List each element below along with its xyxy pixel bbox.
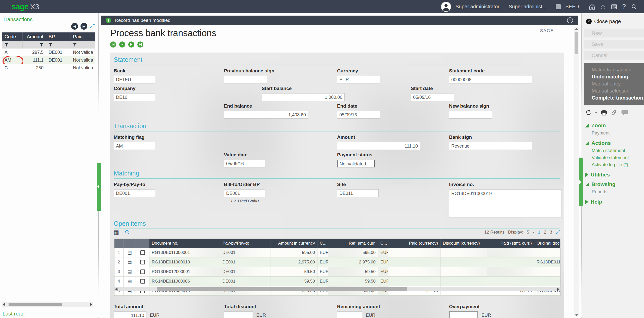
- cell-amount[interactable]: 111.1: [23, 56, 46, 64]
- search-icon[interactable]: [630, 3, 637, 10]
- cell-amount-in-currency[interactable]: 59.50: [270, 267, 317, 277]
- header-ref-amt[interactable]: Ref. amt. curr.: [328, 239, 378, 248]
- cell-amount-in-currency[interactable]: 2,975.00: [270, 257, 317, 267]
- filter-cell[interactable]: [70, 41, 95, 49]
- matching-flag-input[interactable]: AM: [114, 142, 155, 150]
- cell-document-no[interactable]: RG13DE012000001: [149, 267, 220, 277]
- open-item-row[interactable]: 3 ▤ RG13DE012000001 DE001 59.50 EUR 59.5…: [114, 267, 560, 277]
- cell-paid-stmt-curr[interactable]: [487, 277, 534, 286]
- header-pay-by[interactable]: Pay-by/Pay-to: [220, 239, 270, 248]
- cell-original-document[interactable]: RG13DE011000: [534, 257, 560, 267]
- last-record-icon[interactable]: [137, 41, 143, 48]
- cell-discount-currency[interactable]: [440, 267, 487, 277]
- cell-original-document[interactable]: [534, 267, 560, 277]
- page-3-link[interactable]: 3: [550, 230, 552, 235]
- table-view-icon[interactable]: ▦: [114, 230, 119, 235]
- new-balance-sign-input[interactable]: [449, 111, 492, 119]
- scroll-right-arrow[interactable]: [90, 303, 92, 306]
- sage-x3-logo[interactable]: sage X3: [12, 2, 39, 11]
- cell-currency-2[interactable]: EUR: [378, 277, 388, 286]
- next-record-icon[interactable]: [128, 41, 134, 48]
- cell-amount[interactable]: 297.5: [23, 49, 46, 56]
- section-title-open-items[interactable]: Open items: [114, 220, 146, 227]
- expand-table-icon[interactable]: [556, 230, 560, 235]
- cell-currency-1[interactable]: EUR: [317, 257, 328, 267]
- open-item-row[interactable]: 2 ▤ RG13DE011000010 DE001 2,975.00 EUR 2…: [114, 257, 560, 267]
- cell-code[interactable]: AM: [2, 56, 23, 64]
- action-menu-item[interactable]: Match transaction: [592, 66, 644, 73]
- value-date-input[interactable]: 05/09/16: [224, 160, 265, 167]
- page-1-link[interactable]: 1: [538, 230, 540, 235]
- cell-bp[interactable]: [46, 64, 70, 72]
- pay-by-input[interactable]: DE001: [114, 189, 155, 197]
- action-menu-item[interactable]: Undo matching: [592, 73, 644, 80]
- cell-paid[interactable]: Not valida: [70, 49, 95, 56]
- cell-discount-currency[interactable]: [440, 248, 487, 257]
- scrollbar-thumb[interactable]: [575, 32, 578, 54]
- cell-ref-amt[interactable]: 595.00: [328, 248, 378, 257]
- prev-record-icon[interactable]: ◀: [71, 23, 78, 30]
- remaining-amount-input[interactable]: [337, 311, 362, 318]
- previous-record-icon[interactable]: [119, 41, 125, 48]
- refresh-dropdown-icon[interactable]: ▾: [595, 111, 597, 115]
- cell-code[interactable]: C: [2, 64, 23, 72]
- start-date-input[interactable]: 05/09/16: [411, 93, 454, 101]
- open-item-row[interactable]: 4 ▤ RG14DE011000006 DE001 59.50 EUR 59.5…: [114, 277, 560, 286]
- cell-discount-currency[interactable]: [440, 257, 487, 267]
- cell-paid[interactable]: Not valida: [70, 56, 95, 64]
- cell-currency-1[interactable]: EUR: [317, 248, 328, 257]
- action-menu-item[interactable]: Complete transaction: [592, 94, 644, 101]
- row-checkbox-cell[interactable]: [136, 257, 149, 267]
- bank-input[interactable]: DE1EU: [114, 76, 155, 83]
- last-read-link[interactable]: Last read: [0, 309, 98, 318]
- cell-amount-in-currency[interactable]: 59.50: [270, 277, 317, 286]
- table-search-icon[interactable]: [125, 230, 130, 235]
- section-browsing[interactable]: Browsing: [585, 181, 644, 187]
- section-title-statement[interactable]: Statement: [114, 56, 142, 63]
- header-paid-currency[interactable]: Paid (currency): [388, 239, 440, 248]
- header-amount-in-currency[interactable]: Amount in currency: [270, 239, 317, 248]
- overpayment-input[interactable]: [449, 311, 478, 318]
- row-detail-cell[interactable]: ▤: [124, 277, 136, 286]
- cell-paid[interactable]: Not valida: [70, 64, 95, 72]
- right-splitter-handle[interactable]: [579, 158, 583, 206]
- open-item-row[interactable]: 1 ▤ RG13DE011000001 DE001 595.00 EUR 595…: [114, 248, 560, 257]
- user-name[interactable]: Super administrator: [456, 4, 500, 10]
- header-paid-stmt-curr[interactable]: Paid (stmt. curr.): [487, 239, 534, 248]
- header-currency-1[interactable]: C...: [317, 239, 328, 248]
- display-dropdown-icon[interactable]: ▾: [533, 230, 535, 234]
- cell-currency-2[interactable]: EUR: [378, 267, 388, 277]
- row-checkbox[interactable]: [140, 260, 145, 264]
- row-detail-cell[interactable]: ▤: [124, 267, 136, 277]
- start-balance-input[interactable]: 1,000.00: [262, 93, 345, 101]
- column-header-paid[interactable]: Paid: [70, 32, 95, 41]
- nav-link[interactable]: Payment: [592, 129, 644, 137]
- cell-amount-in-currency[interactable]: 595.00: [270, 248, 317, 257]
- main-vertical-scrollbar[interactable]: [574, 27, 579, 316]
- print-icon[interactable]: [600, 109, 608, 116]
- statement-code-input[interactable]: 00000008: [449, 76, 532, 83]
- cell-paid-currency[interactable]: [388, 248, 440, 257]
- scroll-down-arrow[interactable]: [575, 314, 578, 316]
- total-discount-input[interactable]: [224, 311, 253, 318]
- cell-bp[interactable]: DE001: [46, 49, 70, 56]
- favorites-star-icon[interactable]: ☆: [600, 3, 606, 10]
- cell-currency-2[interactable]: EUR: [378, 248, 388, 257]
- invoice-no-textarea[interactable]: RG14DE011000019: [449, 189, 562, 217]
- nav-link[interactable]: Validate statement: [592, 154, 644, 161]
- cell-original-document[interactable]: [534, 248, 560, 257]
- row-checkbox-cell[interactable]: [136, 277, 149, 286]
- cell-ref-amt[interactable]: 59.50: [328, 277, 378, 286]
- row-checkbox-cell[interactable]: [136, 267, 149, 277]
- filter-cell[interactable]: [23, 41, 46, 49]
- cell-document-no[interactable]: RG13DE011000010: [149, 257, 220, 267]
- cell-pay-by[interactable]: DE001: [220, 257, 270, 267]
- cell-ref-amt[interactable]: 59.50: [328, 267, 378, 277]
- help-icon[interactable]: ?: [622, 3, 626, 10]
- section-zoom[interactable]: Zoom: [585, 122, 644, 128]
- scrollbar-thumb[interactable]: [157, 287, 407, 291]
- action-menu-item[interactable]: Manual selection: [592, 87, 644, 94]
- cell-discount-currency[interactable]: [440, 277, 487, 286]
- transaction-row[interactable]: C 250 Not valida: [2, 64, 95, 72]
- nav-link[interactable]: Match statement: [592, 147, 644, 154]
